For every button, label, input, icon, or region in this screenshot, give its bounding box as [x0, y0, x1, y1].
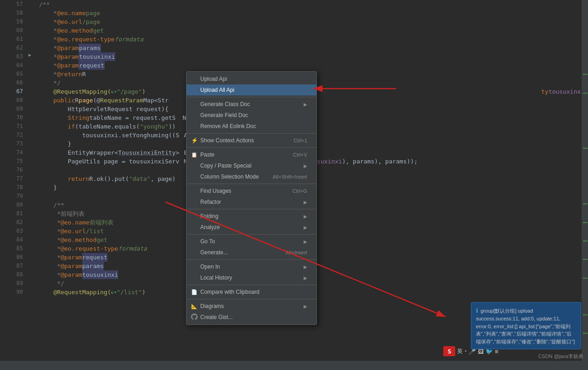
column-selection-label: Column Selection Mode [200, 174, 259, 180]
line-67: 67 [0, 87, 23, 96]
line-75: 75 [0, 157, 23, 166]
context-actions-label: Show Context Actions [200, 137, 254, 144]
menu-item-remove-all-eolink-doc[interactable]: Remove All Eolink Doc [187, 121, 317, 132]
menu-item-generate-field-doc[interactable]: Generate Field Doc [187, 110, 317, 121]
scrollbar-marker [583, 278, 588, 279]
menu-separator-1 [187, 97, 317, 97]
generate-class-arrow: ▶ [304, 102, 307, 107]
column-selection-shortcut: Alt+Shift+Insert [259, 174, 307, 179]
menu-item-show-context-actions[interactable]: ⚡ Show Context Actions Ctrl+1 [187, 135, 317, 146]
code-line-57: /** [39, 0, 588, 9]
line-87: 87 [0, 262, 23, 270]
paste-shortcut: Ctrl+V [279, 152, 307, 157]
scrollbar-marker [583, 314, 588, 315]
status-bar [0, 361, 588, 370]
line-65: 65 [0, 70, 23, 78]
line-58: 58 [0, 9, 23, 17]
menu-item-paste[interactable]: 📋 Paste Ctrl+V [187, 149, 317, 160]
line-88: 88 [0, 270, 23, 279]
menu-separator-2 [187, 133, 317, 134]
line-82: 82 [0, 218, 23, 227]
info-circle-icon: ℹ [476, 307, 478, 314]
line-79: 79 [0, 192, 23, 201]
remove-eolink-label: Remove All Eolink Doc [200, 123, 256, 129]
context-actions-shortcut: Ctrl+1 [280, 138, 307, 143]
code-line-61: * @eo.request-type formdata [39, 35, 588, 44]
scrollbar-marker [583, 93, 588, 94]
code-line-58: * @eo.name page [39, 9, 588, 17]
menu-item-upload-all-api[interactable]: Upload All Api [187, 84, 317, 95]
line-71: 71 [0, 122, 23, 131]
red-arrow-annotation [309, 82, 401, 97]
menu-item-column-selection[interactable]: Column Selection Mode Alt+Shift+Insert [187, 171, 317, 182]
upload-api-label: Upload Api [200, 76, 227, 82]
code-line-64: * @param request [39, 61, 588, 70]
line-80: 80 [0, 201, 23, 209]
line-60: 60 [0, 26, 23, 35]
scrollbar-track[interactable] [582, 0, 588, 370]
line-74: 74 [0, 148, 23, 157]
line-83: 83 [0, 227, 23, 235]
line-numbers: 57 58 59 60 61 62 63 64 65 66 67 68 69 7… [0, 0, 28, 370]
menu-item-find-usages[interactable]: Find Usages Ctrl+G [187, 185, 317, 196]
menu-separator-4 [187, 184, 317, 184]
line-62: 62 [0, 44, 23, 52]
line-61: 61 [0, 35, 23, 44]
line-84: 84 [0, 235, 23, 244]
copy-paste-label: Copy / Paste Special [200, 163, 251, 169]
line-89: 89 [0, 279, 23, 288]
line-77: 77 [0, 174, 23, 183]
line-66: 66 [0, 78, 23, 87]
line-72: 72 [0, 131, 23, 140]
generate-field-label: Generate Field Doc [200, 112, 248, 118]
gutter: ▶ [28, 0, 37, 370]
find-usages-shortcut: Ctrl+G [279, 188, 307, 194]
scrollbar-marker [583, 259, 588, 260]
scrollbar-marker [583, 333, 588, 334]
csdn-text: CSDN @java李杨勇 [538, 353, 583, 359]
menu-item-copy-paste-special[interactable]: Copy / Paste Special ▶ [187, 160, 317, 171]
menu-item-generate-class-doc[interactable]: Generate Class Doc ▶ [187, 99, 317, 110]
scrollbar-marker [583, 74, 588, 75]
menu-separator-3 [187, 147, 317, 148]
gutter-arrow-67: ▶ [28, 52, 31, 57]
line-73: 73 [0, 140, 23, 148]
line-85: 85 [0, 244, 23, 253]
line-78: 78 [0, 183, 23, 192]
line-76: 76 [0, 166, 23, 174]
menu-item-upload-api[interactable]: Upload Api [187, 73, 317, 84]
copy-paste-arrow: ▶ [304, 163, 307, 168]
red-arrow-annotation-2 [161, 197, 459, 327]
s-icon[interactable]: S [443, 346, 455, 356]
scrollbar-marker [583, 241, 588, 241]
line-86: 86 [0, 253, 23, 262]
line-69: 69 [0, 105, 23, 113]
upload-all-api-label: Upload All Api [200, 87, 234, 93]
dot-icon: • [464, 349, 467, 353]
context-actions-icon: ⚡ [191, 137, 200, 144]
line-81: 81 [0, 209, 23, 218]
csdn-watermark: CSDN @java李杨勇 [538, 353, 583, 360]
line-70: 70 [0, 113, 23, 122]
generate-class-label: Generate Class Doc [200, 101, 250, 107]
find-usages-label: Find Usages [200, 188, 231, 194]
scrollbar-marker [583, 203, 588, 204]
paste-label: Paste [200, 151, 215, 158]
line-63: 63 [0, 52, 23, 61]
info-popup-text: group[默认分组] upload success.sucess:11, ad… [476, 308, 575, 344]
code-line-63: * @param tousuxinxi [39, 52, 588, 61]
line-57: 57 [0, 0, 23, 9]
line-59: 59 [0, 17, 23, 26]
code-line-62: * @param params [39, 44, 588, 52]
line-64: 64 [0, 61, 23, 70]
scrollbar-marker [583, 222, 588, 223]
scrollbar-marker [583, 148, 588, 149]
line-68: 68 [0, 96, 23, 105]
info-popup: ℹgroup[默认分组] upload success.sucess:11, a… [471, 302, 581, 350]
lang-icon[interactable]: 英 [457, 348, 463, 355]
code-line-59: * @eo.url /page [39, 17, 588, 26]
line-90: 90 [0, 288, 23, 297]
paste-icon: 📋 [191, 152, 200, 158]
code-line-60: * @eo.method get [39, 26, 588, 35]
svg-line-3 [165, 202, 446, 317]
